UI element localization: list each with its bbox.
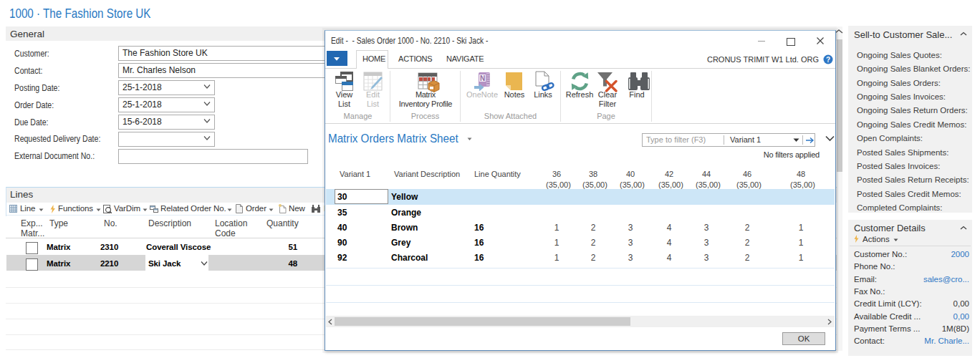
svg-text:N: N (480, 74, 485, 82)
svg-text:?: ? (826, 56, 830, 64)
